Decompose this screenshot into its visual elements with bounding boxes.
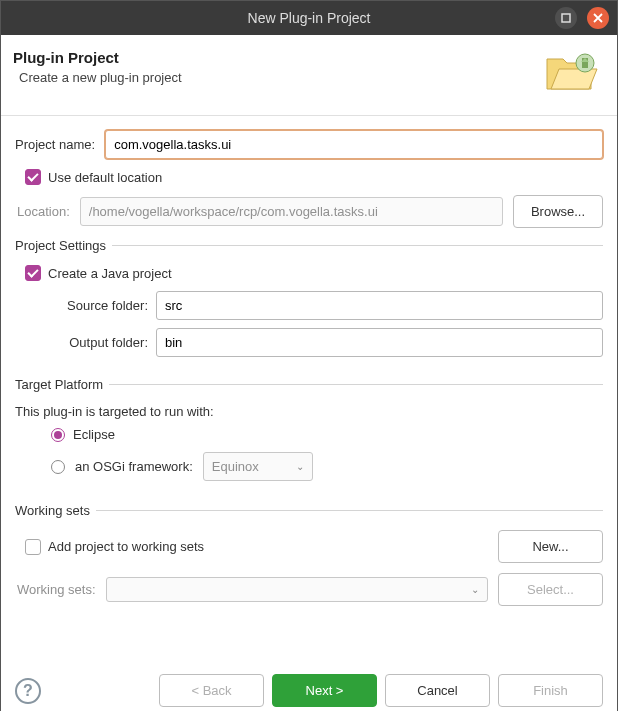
titlebar: New Plug-in Project	[1, 1, 617, 35]
svg-rect-0	[562, 14, 570, 22]
create-java-checkbox[interactable]: Create a Java project	[25, 265, 603, 281]
help-button[interactable]: ?	[15, 678, 41, 704]
output-folder-label: Output folder:	[53, 335, 148, 350]
osgi-framework-value: Equinox	[212, 459, 259, 474]
select-working-set-button: Select...	[498, 573, 603, 606]
output-folder-row: Output folder:	[53, 328, 603, 357]
wizard-content: Project name: Use default location Locat…	[1, 116, 617, 632]
checkbox-icon	[25, 265, 41, 281]
finish-button: Finish	[498, 674, 603, 707]
project-settings-group: Project Settings Create a Java project S…	[15, 238, 603, 371]
working-sets-group: Working sets Add project to working sets…	[15, 503, 603, 622]
checkbox-icon	[25, 169, 41, 185]
wizard-header: Plug-in Project Create a new plug-in pro…	[1, 35, 617, 116]
add-working-set-label: Add project to working sets	[48, 539, 204, 554]
page-subtitle: Create a new plug-in project	[19, 70, 182, 85]
cancel-button[interactable]: Cancel	[385, 674, 490, 707]
use-default-location-checkbox[interactable]: Use default location	[25, 169, 603, 185]
back-button: < Back	[159, 674, 264, 707]
radio-icon	[51, 460, 65, 474]
target-platform-intro: This plug-in is targeted to run with:	[15, 404, 603, 419]
wizard-footer: ? < Back Next > Cancel Finish	[1, 662, 617, 711]
titlebar-controls	[555, 7, 609, 29]
location-label: Location:	[17, 204, 70, 219]
project-name-label: Project name:	[15, 137, 95, 152]
radio-icon	[51, 428, 65, 442]
working-sets-select: ⌄	[106, 577, 488, 602]
new-working-set-button[interactable]: New...	[498, 530, 603, 563]
project-name-row: Project name:	[15, 130, 603, 159]
source-folder-label: Source folder:	[53, 298, 148, 313]
project-name-input[interactable]	[105, 130, 603, 159]
location-input	[80, 197, 503, 226]
output-folder-input[interactable]	[156, 328, 603, 357]
header-text: Plug-in Project Create a new plug-in pro…	[13, 49, 182, 85]
target-platform-legend: Target Platform	[15, 377, 109, 392]
eclipse-label: Eclipse	[73, 427, 115, 442]
osgi-framework-select: Equinox ⌄	[203, 452, 313, 481]
add-working-set-checkbox[interactable]: Add project to working sets	[25, 539, 488, 555]
location-row: Location: Browse...	[17, 195, 603, 228]
chevron-down-icon: ⌄	[471, 584, 479, 595]
next-button[interactable]: Next >	[272, 674, 377, 707]
source-folder-row: Source folder:	[53, 291, 603, 320]
osgi-label: an OSGi framework:	[75, 459, 193, 474]
working-sets-label: Working sets:	[17, 582, 96, 597]
window-title: New Plug-in Project	[248, 10, 371, 26]
maximize-icon	[561, 13, 571, 23]
add-working-set-row: Add project to working sets New...	[25, 530, 603, 563]
create-java-label: Create a Java project	[48, 266, 172, 281]
source-folder-input[interactable]	[156, 291, 603, 320]
osgi-radio[interactable]: an OSGi framework: Equinox ⌄	[51, 452, 603, 481]
close-icon	[593, 13, 603, 23]
project-settings-legend: Project Settings	[15, 238, 112, 253]
chevron-down-icon: ⌄	[296, 461, 304, 472]
working-sets-legend: Working sets	[15, 503, 96, 518]
page-title: Plug-in Project	[13, 49, 182, 66]
browse-button[interactable]: Browse...	[513, 195, 603, 228]
use-default-location-label: Use default location	[48, 170, 162, 185]
checkbox-icon	[25, 539, 41, 555]
wizard-window: New Plug-in Project Plug-in Project Crea…	[0, 0, 618, 711]
eclipse-radio[interactable]: Eclipse	[51, 427, 603, 442]
help-icon: ?	[23, 682, 33, 700]
target-platform-group: Target Platform This plug-in is targeted…	[15, 377, 603, 497]
working-sets-select-row: Working sets: ⌄ Select...	[17, 573, 603, 606]
footer-buttons: < Back Next > Cancel Finish	[159, 674, 603, 707]
maximize-button[interactable]	[555, 7, 577, 29]
folder-open-icon	[543, 49, 601, 97]
close-button[interactable]	[587, 7, 609, 29]
